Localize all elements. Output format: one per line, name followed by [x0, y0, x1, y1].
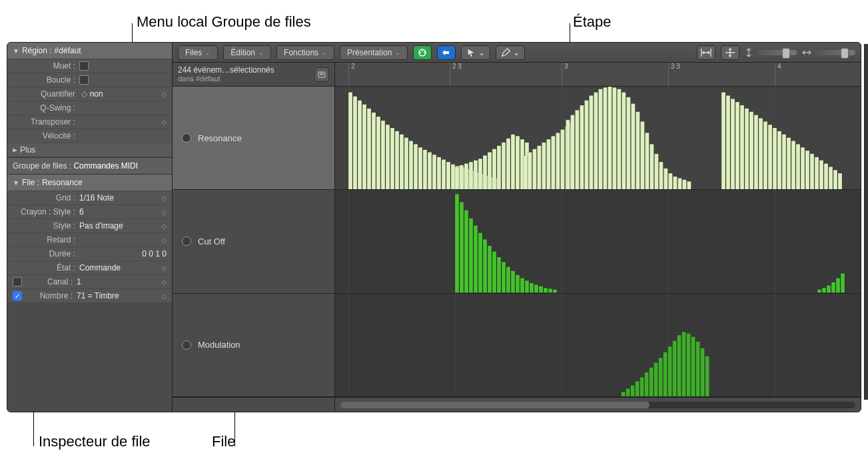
zoom-v-slider[interactable] — [757, 50, 797, 55]
step[interactable] — [553, 290, 557, 293]
menu-fonctions[interactable]: Fonctions⌄ — [276, 45, 334, 60]
step[interactable] — [682, 180, 686, 190]
step[interactable] — [404, 138, 408, 190]
row-style[interactable]: Style : Pas d'image ◇ — [7, 219, 172, 233]
lane-header-resonance[interactable]: Resonance — [173, 87, 334, 190]
step[interactable] — [622, 93, 626, 190]
step[interactable] — [721, 93, 725, 190]
row-quantifier[interactable]: Quantifier ◇ non ◇ — [7, 87, 172, 101]
step[interactable] — [626, 388, 630, 396]
step[interactable] — [726, 95, 730, 189]
step[interactable] — [673, 177, 677, 189]
step[interactable] — [497, 146, 501, 190]
step[interactable] — [687, 181, 691, 189]
row-qswing[interactable]: Q-Swing : — [7, 101, 172, 115]
disclosure-triangle-icon[interactable]: ▼ — [13, 179, 19, 187]
disclosure-triangle-icon[interactable]: ▶ — [13, 147, 17, 153]
step[interactable] — [612, 87, 616, 189]
lane-body-modulation[interactable] — [335, 294, 861, 397]
step[interactable] — [497, 257, 501, 292]
step[interactable] — [626, 97, 630, 190]
step[interactable] — [608, 87, 612, 189]
step[interactable] — [400, 135, 404, 190]
step[interactable] — [805, 151, 809, 189]
step[interactable] — [645, 133, 649, 189]
step[interactable] — [532, 149, 536, 190]
step[interactable] — [777, 131, 781, 189]
disclosure-triangle-icon[interactable]: ▼ — [13, 47, 19, 55]
step[interactable] — [787, 138, 791, 190]
step[interactable] — [636, 112, 640, 190]
step[interactable] — [460, 165, 464, 189]
step[interactable] — [442, 159, 446, 189]
step[interactable] — [542, 143, 546, 189]
lane-select-radio[interactable] — [182, 236, 191, 246]
mute-checkbox[interactable] — [79, 61, 89, 71]
step[interactable] — [705, 356, 709, 396]
nombre-value[interactable]: 71 = Timbre — [77, 291, 161, 300]
step[interactable] — [548, 289, 552, 293]
step-bars[interactable] — [335, 87, 861, 189]
step[interactable] — [677, 178, 681, 189]
snap-horizontal-button[interactable] — [697, 45, 715, 60]
stepper-icon[interactable]: ◇ — [161, 223, 167, 230]
loop-checkbox[interactable] — [79, 75, 89, 85]
stepper-icon[interactable]: ◇ — [161, 278, 167, 286]
step[interactable] — [520, 278, 524, 293]
step[interactable] — [824, 163, 828, 189]
step[interactable] — [663, 169, 667, 190]
lane-body-resonance[interactable] — [335, 87, 861, 190]
step[interactable] — [502, 262, 506, 292]
canal-checkbox[interactable] — [13, 277, 22, 286]
step[interactable] — [603, 87, 607, 189]
step[interactable] — [353, 97, 357, 190]
row-velocite[interactable]: Vélocité : — [7, 129, 172, 143]
vertical-scrollbar[interactable] — [864, 44, 868, 400]
step[interactable] — [659, 162, 663, 189]
step[interactable] — [598, 89, 602, 190]
step[interactable] — [663, 352, 667, 396]
stepper-icon[interactable]: ◇ — [161, 264, 167, 272]
step[interactable] — [488, 152, 492, 189]
step[interactable] — [622, 392, 626, 396]
step[interactable] — [617, 89, 621, 190]
lane-header-modulation[interactable]: Modulation — [173, 294, 334, 397]
lane-group-menu[interactable]: Groupe de files : Commandes MIDI — [7, 157, 172, 175]
step[interactable] — [556, 133, 560, 189]
step[interactable] — [673, 340, 677, 396]
step[interactable] — [511, 135, 515, 190]
step[interactable] — [782, 135, 786, 190]
step[interactable] — [530, 283, 534, 293]
row-retard[interactable]: Retard : ◇ — [7, 233, 172, 247]
step[interactable] — [544, 288, 548, 292]
step[interactable] — [511, 271, 515, 293]
step[interactable] — [631, 385, 635, 396]
row-duree[interactable]: Durée : 0 0 1 0 — [7, 247, 172, 261]
time-ruler[interactable]: 22 333 34 — [335, 63, 861, 86]
step[interactable] — [570, 115, 574, 190]
step[interactable] — [822, 288, 826, 292]
step[interactable] — [528, 152, 532, 189]
step[interactable] — [516, 275, 520, 293]
pointer-tool-button[interactable]: ⌄ — [461, 45, 490, 60]
step[interactable] — [650, 144, 653, 189]
step[interactable] — [659, 358, 663, 396]
stepper-icon[interactable]: ◇ — [161, 91, 167, 98]
horizontal-scrollbar[interactable] — [340, 402, 855, 408]
menu-presentation[interactable]: Présentation⌄ — [340, 45, 408, 60]
step[interactable] — [460, 203, 464, 293]
step[interactable] — [464, 163, 468, 189]
step[interactable] — [575, 110, 579, 189]
step[interactable] — [696, 341, 700, 396]
step[interactable] — [516, 136, 520, 189]
step[interactable] — [838, 173, 842, 189]
step[interactable] — [580, 105, 584, 189]
step[interactable] — [358, 101, 362, 190]
menu-files[interactable]: Files⌄ — [178, 45, 218, 60]
step[interactable] — [492, 252, 496, 293]
lane-bodies[interactable] — [335, 87, 861, 397]
step[interactable] — [414, 144, 418, 189]
row-nombre[interactable]: ✓ Nombre : 71 = Timbre ◇ — [7, 289, 172, 303]
step[interactable] — [428, 152, 432, 189]
step[interactable] — [801, 147, 805, 189]
